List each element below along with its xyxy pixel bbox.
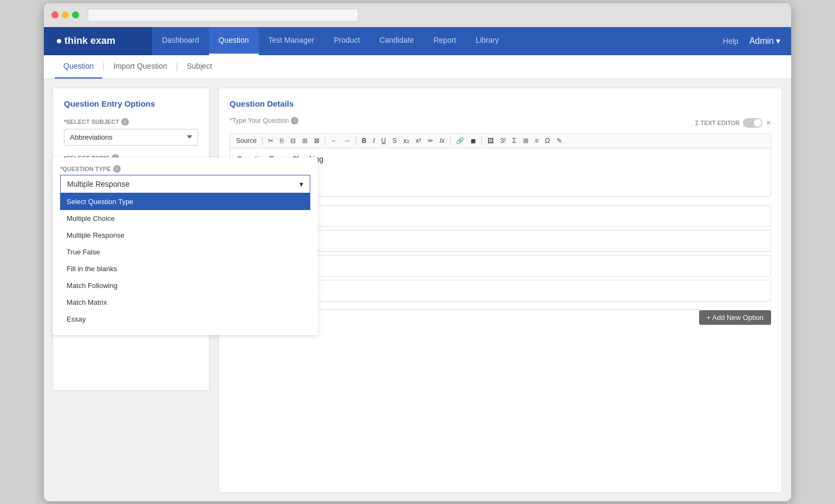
toolbar-link[interactable]: 🔗 xyxy=(453,136,467,146)
option-input-3[interactable] xyxy=(249,255,771,277)
dropdown-item-match-following[interactable]: Match Following xyxy=(60,277,310,294)
nav-right: Help Admin ▾ xyxy=(712,27,791,55)
toolbar-source[interactable]: Source xyxy=(233,136,259,146)
logo-dot xyxy=(57,39,61,43)
sub-nav: Question | Import Question | Subject xyxy=(44,55,791,79)
type-question-info-icon[interactable]: i xyxy=(291,117,298,125)
text-editor-switch[interactable] xyxy=(743,118,762,128)
minimize-button[interactable] xyxy=(62,11,69,18)
option-input-2[interactable] xyxy=(249,230,771,252)
dropdown-item-fill-blanks[interactable]: Fill in the blanks xyxy=(60,260,310,277)
logo-text: think exam xyxy=(64,35,115,47)
title-bar xyxy=(44,3,791,27)
select-subject-dropdown[interactable]: Abbreviations xyxy=(64,129,198,146)
left-panel-title: Question Entry Options xyxy=(64,99,198,108)
nav-item-product[interactable]: Product xyxy=(324,27,369,55)
nav-item-report[interactable]: Report xyxy=(423,27,466,55)
toolbar-formula[interactable]: Σ xyxy=(510,136,519,146)
app-window: think exam Dashboard Question Test Manag… xyxy=(44,3,791,501)
toolbar-copy[interactable]: ⎘ xyxy=(277,136,286,146)
address-bar[interactable] xyxy=(88,9,358,22)
help-link[interactable]: Help xyxy=(723,37,739,45)
toolbar-paste1[interactable]: ⊟ xyxy=(288,136,298,146)
select-subject-label: *SELECT SUBJECT i xyxy=(64,118,198,126)
nav-item-test-manager[interactable]: Test Manager xyxy=(259,27,324,55)
toolbar-sep-3 xyxy=(356,136,356,145)
dropdown-field-label: *QUESTION TYPE i xyxy=(60,165,310,173)
close-button[interactable] xyxy=(51,11,58,18)
nav-bar: think exam Dashboard Question Test Manag… xyxy=(44,27,791,55)
toolbar-sep-1 xyxy=(262,136,263,145)
add-new-option-button[interactable]: + Add New Option xyxy=(699,310,771,325)
option-input-4[interactable] xyxy=(249,280,771,302)
toolbar-code[interactable]: ✎ xyxy=(554,136,565,146)
right-panel-title: Question Details xyxy=(230,99,771,108)
main-content: Question Entry Options *SELECT SUBJECT i… xyxy=(44,79,791,501)
toolbar-table[interactable]: ⊞ xyxy=(520,136,531,146)
type-question-label: *Type Your Question i xyxy=(230,117,298,125)
text-editor-toggle: Σ TEXT EDITOR ✕ xyxy=(695,118,771,128)
nav-item-library[interactable]: Library xyxy=(466,27,508,55)
dropdown-item-multiple-response[interactable]: Multiple Response xyxy=(60,227,310,244)
toolbar-paste2[interactable]: ⊞ xyxy=(299,136,310,146)
question-type-dropdown-container: *QUESTION TYPE i Multiple Response ▾ Sel… xyxy=(53,158,318,335)
toolbar-sep-2 xyxy=(325,136,325,145)
sub-nav-question[interactable]: Question xyxy=(55,55,102,78)
close-icon[interactable]: ✕ xyxy=(766,119,771,127)
option-input-1[interactable] xyxy=(249,205,771,227)
dropdown-item-true-false[interactable]: True False xyxy=(60,244,310,260)
toggle-knob xyxy=(754,119,761,127)
select-subject-info-icon[interactable]: i xyxy=(121,118,129,126)
toolbar-superscript[interactable]: x² xyxy=(413,136,424,146)
dropdown-info-icon[interactable]: i xyxy=(113,165,121,173)
nav-item-candidate[interactable]: Candidate xyxy=(370,27,424,55)
toolbar-list[interactable]: ≡ xyxy=(532,136,542,146)
chevron-down-icon: ▾ xyxy=(299,180,303,188)
toolbar-unlink[interactable]: ◼ xyxy=(468,136,479,146)
dropdown-list: Select Question Type Multiple Choice Mul… xyxy=(60,193,310,328)
toolbar-bold[interactable]: B xyxy=(359,136,369,146)
dropdown-item-multiple-choice[interactable]: Multiple Choice xyxy=(60,210,310,227)
logo: think exam xyxy=(44,27,152,55)
dropdown-item-essay[interactable]: Essay xyxy=(60,311,310,328)
toolbar-strike[interactable]: S xyxy=(390,136,400,146)
nav-item-question[interactable]: Question xyxy=(209,27,259,55)
dropdown-header[interactable]: Multiple Response ▾ xyxy=(60,175,310,193)
nav-items: Dashboard Question Test Manager Product … xyxy=(152,27,712,55)
toolbar-sep-4 xyxy=(450,136,451,145)
toolbar-subscript[interactable]: x₂ xyxy=(401,136,412,146)
toolbar-underline[interactable]: U xyxy=(379,136,389,146)
dropdown-item-match-matrix[interactable]: Match Matrix xyxy=(60,294,310,311)
admin-menu[interactable]: Admin ▾ xyxy=(749,36,780,46)
nav-item-dashboard[interactable]: Dashboard xyxy=(152,27,209,55)
toolbar-redo[interactable]: → xyxy=(341,136,353,146)
toolbar-paste3[interactable]: ⊠ xyxy=(311,136,322,146)
toolbar-highlight[interactable]: ✏ xyxy=(425,136,436,146)
toolbar-flash[interactable]: 3! xyxy=(498,136,508,146)
maximize-button[interactable] xyxy=(72,11,79,18)
sub-nav-import-question[interactable]: Import Question xyxy=(105,55,176,78)
toolbar-special-char[interactable]: Ω xyxy=(543,136,553,146)
toolbar-cut[interactable]: ✂ xyxy=(265,136,276,146)
toolbar-removeformat[interactable]: Ix xyxy=(437,136,447,146)
toolbar-image[interactable]: 🖼 xyxy=(485,136,497,146)
toolbar-sep-5 xyxy=(481,136,482,145)
toolbar-italic[interactable]: I xyxy=(370,136,377,146)
toolbar-undo[interactable]: ← xyxy=(328,136,340,146)
dropdown-item-select-question-type[interactable]: Select Question Type xyxy=(60,193,310,210)
sub-nav-subject[interactable]: Subject xyxy=(178,55,221,78)
editor-toolbar: Source ✂ ⎘ ⊟ ⊞ ⊠ ← → B I U S x₂ x² ✏ Ix xyxy=(230,133,771,148)
